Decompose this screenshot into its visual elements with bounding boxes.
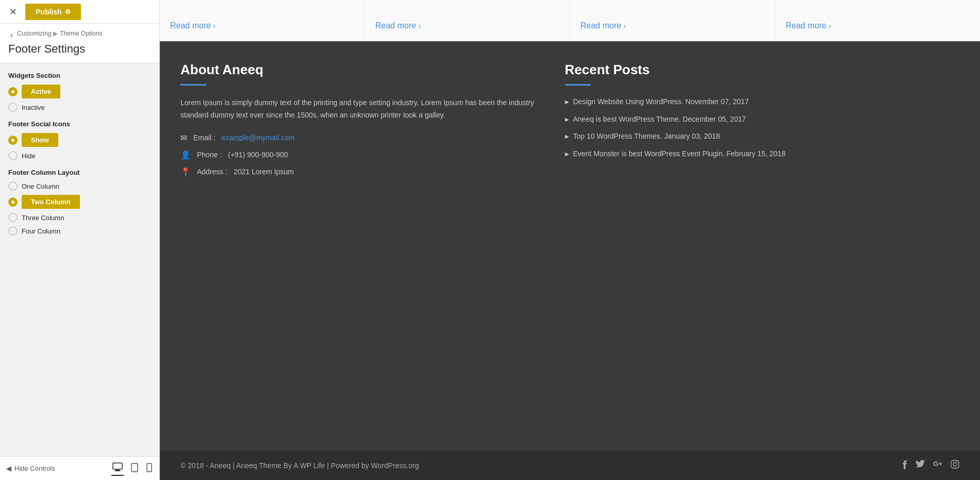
layout-one-radio[interactable] bbox=[8, 181, 18, 191]
arrow-icon-2: › bbox=[418, 22, 421, 30]
twitter-icon[interactable] bbox=[916, 460, 925, 471]
layout-three-radio[interactable] bbox=[8, 213, 18, 222]
post-text-4: Event Monster is best WordPress Event Pl… bbox=[573, 149, 786, 159]
recent-posts-underline bbox=[565, 84, 591, 86]
about-widget: About Aneeq Lorem Ipsum is simply dummy … bbox=[180, 62, 565, 431]
facebook-icon[interactable] bbox=[902, 460, 907, 471]
recent-posts-widget: Recent Posts ▶ Design Website Using Word… bbox=[565, 62, 950, 431]
widgets-active-option[interactable]: Active bbox=[8, 85, 151, 98]
svg-rect-1 bbox=[115, 470, 120, 471]
layout-two-radio[interactable] bbox=[8, 197, 18, 207]
phone-icon: 👤 bbox=[180, 150, 191, 160]
svg-point-4 bbox=[134, 470, 135, 471]
phone-label: Phone : bbox=[197, 151, 222, 159]
read-more-card-1: Read more › bbox=[160, 0, 365, 41]
instagram-icon[interactable] bbox=[951, 460, 959, 471]
recent-posts-list: ▶ Design Website Using WordPress. Novemb… bbox=[565, 97, 934, 159]
svg-rect-2 bbox=[114, 471, 121, 471]
widgets-active-button[interactable]: Active bbox=[22, 85, 60, 98]
read-more-card-4: Read more › bbox=[775, 0, 980, 41]
post-item-2: ▶ Aneeq is best WordPress Theme. Decembe… bbox=[565, 114, 934, 125]
layout-four-option[interactable]: Four Column bbox=[8, 226, 151, 236]
breadcrumb-arrow: ▶ bbox=[53, 30, 58, 37]
post-arrow-4: ▶ bbox=[565, 151, 569, 158]
post-arrow-1: ▶ bbox=[565, 98, 569, 106]
arrow-icon-1: › bbox=[213, 22, 215, 30]
social-hide-option[interactable]: Hide bbox=[8, 151, 151, 160]
publish-button[interactable]: Publish ⚙ bbox=[25, 4, 81, 20]
googleplus-icon[interactable]: G+ bbox=[933, 460, 942, 471]
footer-column-layout-label: Footer Column Layout bbox=[8, 169, 151, 176]
post-text-3: Top 10 WordPress Themes. January 03, 201… bbox=[573, 131, 720, 142]
widgets-active-radio[interactable] bbox=[8, 87, 18, 96]
layout-one-option[interactable]: One Column bbox=[8, 181, 151, 191]
breadcrumb: Customizing ▶ Theme Options bbox=[17, 30, 102, 37]
device-desktop-button[interactable] bbox=[111, 461, 124, 476]
svg-point-6 bbox=[149, 470, 150, 471]
sidebar-content: Widgets Section Active Inactive Footer S… bbox=[0, 63, 159, 456]
preview-footer-section: About Aneeq Lorem Ipsum is simply dummy … bbox=[160, 41, 980, 480]
layout-three-option[interactable]: Three Column bbox=[8, 213, 151, 222]
post-text-2: Aneeq is best WordPress Theme. December … bbox=[573, 114, 746, 125]
post-item-4: ▶ Event Monster is best WordPress Event … bbox=[565, 149, 934, 159]
phone-value: (+91) 900-900-900 bbox=[228, 151, 288, 159]
read-more-link-1[interactable]: Read more › bbox=[170, 21, 215, 30]
about-text: Lorem Ipsum is simply dummy text of the … bbox=[180, 97, 550, 122]
footer-widgets: About Aneeq Lorem Ipsum is simply dummy … bbox=[160, 41, 980, 451]
sidebar-top-bar: ✕ Publish ⚙ bbox=[0, 0, 159, 24]
contact-phone: 👤 Phone : (+91) 900-900-900 bbox=[180, 150, 550, 160]
sidebar: ✕ Publish ⚙ ‹ Customizing ▶ Theme Option… bbox=[0, 0, 160, 480]
breadcrumb-customizing: Customizing bbox=[17, 30, 51, 37]
layout-four-radio[interactable] bbox=[8, 226, 18, 236]
social-hide-radio[interactable] bbox=[8, 151, 18, 160]
preview-top-bar: Read more › Read more › Read more › Read… bbox=[160, 0, 980, 41]
breadcrumb-section: ‹ Customizing ▶ Theme Options Footer Set… bbox=[0, 24, 159, 63]
address-icon: 📍 bbox=[180, 167, 191, 177]
layout-two-option[interactable]: Two Column bbox=[8, 195, 151, 209]
read-more-text-2: Read more bbox=[375, 21, 416, 30]
hide-controls-button[interactable]: ◀ Hide Controls bbox=[6, 465, 55, 472]
layout-one-label: One Column bbox=[22, 183, 59, 190]
read-more-link-2[interactable]: Read more › bbox=[375, 21, 421, 30]
read-more-text-3: Read more bbox=[580, 21, 621, 30]
recent-posts-title: Recent Posts bbox=[565, 62, 934, 78]
widgets-inactive-option[interactable]: Inactive bbox=[8, 103, 151, 112]
device-mobile-button[interactable] bbox=[145, 461, 153, 476]
close-button[interactable]: ✕ bbox=[5, 4, 21, 20]
hide-controls-label: Hide Controls bbox=[14, 465, 55, 472]
social-show-option[interactable]: Show bbox=[8, 133, 151, 147]
read-more-link-4[interactable]: Read more › bbox=[786, 21, 831, 30]
device-icons bbox=[111, 461, 153, 476]
gear-icon: ⚙ bbox=[65, 8, 71, 15]
layout-three-label: Three Column bbox=[22, 214, 64, 222]
post-arrow-3: ▶ bbox=[565, 133, 569, 140]
footer-bottom-bar: © 2018 - Aneeq | Aneeq Theme By A WP Lif… bbox=[160, 451, 980, 480]
read-more-text-1: Read more bbox=[170, 21, 211, 30]
svg-point-8 bbox=[953, 462, 957, 466]
social-hide-label: Hide bbox=[22, 152, 36, 160]
social-show-button[interactable]: Show bbox=[22, 133, 58, 147]
widgets-section-label: Widgets Section bbox=[8, 72, 151, 79]
svg-point-9 bbox=[957, 461, 958, 462]
contact-address: 📍 Address : 2021 Lorem Ipsum bbox=[180, 167, 550, 177]
back-button[interactable]: ‹ bbox=[8, 30, 15, 40]
contact-email: ✉ Email : example@mymail.com bbox=[180, 133, 550, 143]
read-more-card-2: Read more › bbox=[365, 0, 570, 41]
email-icon: ✉ bbox=[180, 133, 187, 143]
widgets-inactive-radio[interactable] bbox=[8, 103, 18, 112]
email-label: Email : bbox=[193, 134, 215, 142]
footer-copyright: © 2018 - Aneeq | Aneeq Theme By A WP Lif… bbox=[180, 461, 419, 470]
address-value: 2021 Lorem Ipsum bbox=[234, 168, 294, 176]
read-more-link-3[interactable]: Read more › bbox=[580, 21, 626, 30]
social-show-radio[interactable] bbox=[8, 136, 18, 145]
about-widget-title: About Aneeq bbox=[180, 62, 550, 78]
email-value: example@mymail.com bbox=[222, 134, 295, 142]
device-tablet-button[interactable] bbox=[130, 461, 139, 476]
hide-controls-icon: ◀ bbox=[6, 465, 11, 472]
post-arrow-2: ▶ bbox=[565, 116, 569, 123]
address-label: Address : bbox=[197, 168, 227, 176]
layout-two-button[interactable]: Two Column bbox=[22, 195, 80, 209]
layout-four-label: Four Column bbox=[22, 227, 60, 235]
post-text-1: Design Website Using WordPress. November… bbox=[573, 97, 749, 107]
footer-social-icons-label: Footer Social Icons bbox=[8, 120, 151, 128]
